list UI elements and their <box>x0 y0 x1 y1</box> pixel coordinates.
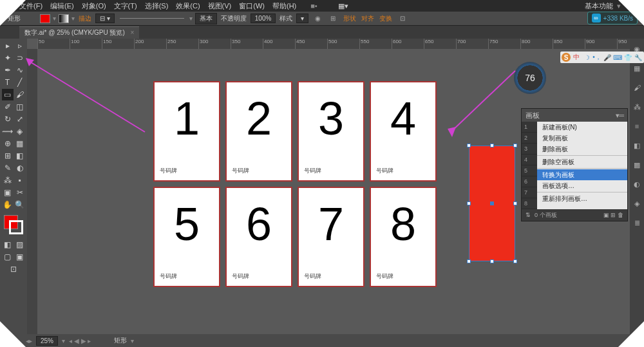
align-label[interactable]: 对齐 <box>360 14 375 23</box>
direct-selection-tool[interactable]: ▹ <box>14 40 26 52</box>
draw-behind[interactable]: ▣ <box>14 251 26 263</box>
hand-tool[interactable]: ✋ <box>2 199 14 211</box>
graphic-styles-panel-icon[interactable]: ◈ <box>632 198 642 209</box>
artboard-card[interactable]: 1号码牌 <box>153 81 220 182</box>
mesh-tool[interactable]: ⊞ <box>2 150 14 162</box>
zoom-level[interactable]: 25% <box>36 336 58 346</box>
rotate-tool[interactable]: ↻ <box>2 113 14 125</box>
gradient-tool[interactable]: ◧ <box>14 150 26 162</box>
stroke-swatch[interactable] <box>59 14 69 23</box>
resize-handle[interactable] <box>467 259 471 263</box>
resize-handle[interactable] <box>467 202 471 205</box>
artboard-row[interactable]: 7 <box>522 187 537 198</box>
artboard-row[interactable]: 6 <box>522 176 537 187</box>
artboard-card[interactable]: 8号码牌 <box>370 187 437 287</box>
menu-window[interactable]: 窗口(W) <box>239 1 265 11</box>
document-tab[interactable]: 数字.ai* @ 25% (CMYK/GPU 预览) × <box>19 26 139 39</box>
align-icon[interactable]: ⊞ <box>327 14 339 24</box>
ime-settings-icon[interactable]: 🔧 <box>634 53 643 62</box>
stroke-weight[interactable]: ⊟ ▾ <box>95 14 115 23</box>
fill-stroke-control[interactable] <box>4 215 23 234</box>
context-menu-item[interactable]: 复制画板 <box>537 133 627 144</box>
artboard-row[interactable]: 5 <box>522 165 537 176</box>
transparency-panel-icon[interactable]: ▩ <box>632 160 642 170</box>
resize-handle[interactable] <box>490 259 494 263</box>
transform-label[interactable]: 形状 <box>342 14 357 23</box>
brush-basic[interactable]: 基本 <box>195 13 217 24</box>
shape-builder-tool[interactable]: ⊕ <box>2 138 14 149</box>
ime-zh[interactable]: 中 <box>572 53 581 62</box>
zoom-tool[interactable]: 🔍 <box>14 199 26 211</box>
context-menu-item[interactable]: 画板选项… <box>537 180 627 191</box>
layers-panel-icon[interactable]: ≣ <box>632 218 642 228</box>
context-menu-item[interactable]: 删除画板 <box>537 144 627 155</box>
menu-object[interactable]: 对象(O) <box>82 1 106 11</box>
stroke-label[interactable]: 描边 <box>77 14 93 23</box>
resize-handle[interactable] <box>513 202 517 205</box>
artboard-tool[interactable]: ▣ <box>2 187 14 198</box>
sogou-icon[interactable]: S <box>562 53 571 62</box>
resize-handle[interactable] <box>467 144 471 147</box>
context-menu-item[interactable]: 新建画板(N) <box>537 122 627 133</box>
shaper-tool[interactable]: ✐ <box>2 101 14 113</box>
selected-red-rectangle[interactable] <box>469 145 515 261</box>
symbols-panel-icon[interactable]: ⁂ <box>632 102 642 112</box>
column-graph-tool[interactable]: ▪ <box>14 174 26 186</box>
eyedropper-tool[interactable]: ✎ <box>2 162 14 174</box>
artboard-card[interactable]: 2号码牌 <box>225 81 292 182</box>
perspective-tool[interactable]: ▦ <box>14 138 26 149</box>
menu-view[interactable]: 视图(V) <box>208 1 232 11</box>
opacity-field[interactable]: 100% <box>251 14 276 23</box>
artboard-card[interactable]: 4号码牌 <box>370 81 437 182</box>
panel-menu-icon[interactable]: ▾═ <box>616 111 623 120</box>
blend-tool[interactable]: ◐ <box>14 162 26 174</box>
draw-normal[interactable]: ▢ <box>2 251 14 263</box>
context-menu-item[interactable]: 删除空画板 <box>537 156 627 167</box>
artboard-card[interactable]: 7号码牌 <box>298 187 365 287</box>
rectangle-tool[interactable]: ▭ <box>2 89 14 100</box>
magic-wand-tool[interactable]: ✦ <box>2 52 14 64</box>
panel-header[interactable]: 画板 ▾═ <box>522 109 627 122</box>
symbol-sprayer-tool[interactable]: ⁂ <box>2 174 14 186</box>
resize-handle[interactable] <box>490 144 494 147</box>
slice-tool[interactable]: ✂ <box>14 187 26 198</box>
ime-mic-icon[interactable]: 🎤 <box>603 53 612 62</box>
artboard-row[interactable]: 2 <box>522 133 537 144</box>
artboard-row[interactable]: 4 <box>522 155 537 165</box>
type-tool[interactable]: T <box>2 77 14 88</box>
style-picker[interactable]: ▾ <box>296 14 308 23</box>
artboard-card[interactable]: 3号码牌 <box>298 81 365 182</box>
ime-punct-icon[interactable]: •， <box>592 53 601 62</box>
ime-moon-icon[interactable]: ☽ <box>582 53 591 62</box>
appearance-panel-icon[interactable]: ◐ <box>632 179 642 189</box>
ime-shirt-icon[interactable]: 👕 <box>623 53 632 62</box>
artboard-card[interactable]: 5号码牌 <box>153 187 220 287</box>
width-tool[interactable]: ⟿ <box>2 126 14 137</box>
gradient-mode[interactable]: ▨ <box>14 239 26 250</box>
color-mode[interactable]: ◧ <box>2 239 14 250</box>
gradient-panel-icon[interactable]: ◧ <box>632 140 642 151</box>
resize-handle[interactable] <box>513 259 517 263</box>
workspace-selector[interactable]: 基本功能 <box>585 1 613 11</box>
recolor-icon[interactable]: ◉ <box>311 14 324 24</box>
resize-handle[interactable] <box>513 144 517 147</box>
context-menu-item[interactable]: 转换为画板 <box>537 169 627 180</box>
menu-type[interactable]: 文字(T) <box>114 1 137 11</box>
artboard-card[interactable]: 6号码牌 <box>225 187 292 287</box>
context-menu-item[interactable]: 重新排列画板… <box>537 193 627 204</box>
selection-tool[interactable]: ▸ <box>2 40 14 52</box>
stroke-panel-icon[interactable]: ≡ <box>632 121 642 131</box>
center-handle[interactable] <box>490 202 494 205</box>
menu-edit[interactable]: 编辑(E) <box>50 1 74 11</box>
align2-label[interactable]: 变换 <box>378 14 393 23</box>
artboard-row[interactable]: 8 <box>522 198 537 209</box>
artboard-row[interactable]: 3 <box>522 144 537 155</box>
menu-effect[interactable]: 效果(C) <box>176 1 200 11</box>
screen-mode[interactable]: ⊡ <box>8 263 19 275</box>
brushes-panel-icon[interactable]: 🖌 <box>632 82 642 93</box>
menu-select[interactable]: 选择(S) <box>145 1 169 11</box>
isolate-icon[interactable]: ⊡ <box>396 14 409 24</box>
fill-swatch[interactable] <box>40 14 50 23</box>
artboard-list[interactable]: 12345678 <box>522 122 537 209</box>
ime-keyboard-icon[interactable]: ⌨ <box>613 53 622 62</box>
